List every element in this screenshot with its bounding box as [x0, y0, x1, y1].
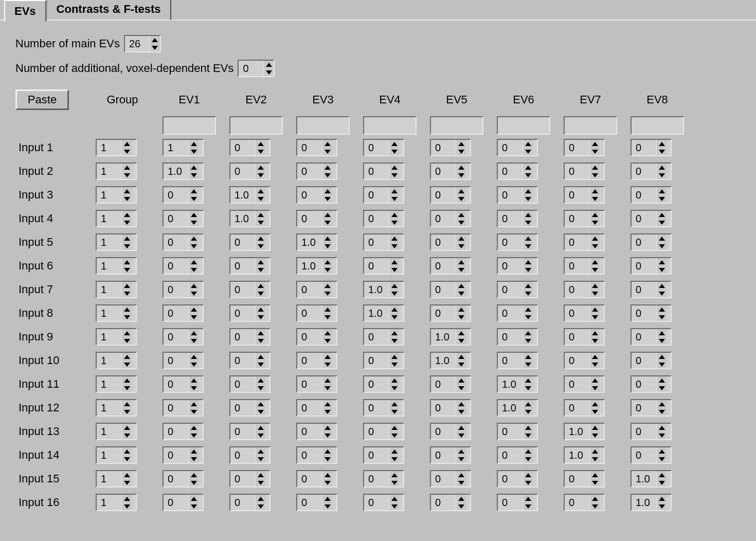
ev7-stepper-r5-input[interactable]	[565, 235, 589, 250]
ev7-stepper-r12[interactable]	[564, 399, 605, 417]
ev1-stepper-r8[interactable]	[163, 304, 204, 322]
ev5-stepper-r1[interactable]	[430, 139, 471, 156]
chevron-up-icon[interactable]	[389, 188, 399, 195]
chevron-up-icon[interactable]	[322, 330, 332, 337]
ev2-stepper-r7-input[interactable]	[230, 282, 255, 297]
chevron-up-icon[interactable]	[256, 282, 265, 290]
ev7-stepper-r3[interactable]	[564, 186, 605, 204]
stepper-arrows[interactable]	[523, 211, 533, 226]
ev8-stepper-r16-input[interactable]	[632, 495, 656, 510]
stepper-arrows[interactable]	[456, 164, 466, 179]
ev6-stepper-r6-input[interactable]	[498, 258, 523, 274]
ev1-stepper-r10[interactable]	[163, 352, 204, 369]
ev6-stepper-r9[interactable]	[497, 328, 538, 346]
stepper-arrows[interactable]	[188, 164, 199, 179]
stepper-arrows[interactable]	[255, 400, 265, 416]
chevron-up-icon[interactable]	[590, 282, 600, 290]
chevron-up-icon[interactable]	[122, 377, 132, 384]
stepper-arrows[interactable]	[589, 329, 600, 345]
group-stepper-r6-input[interactable]	[97, 258, 121, 274]
ev8-stepper-r15-input[interactable]	[632, 471, 656, 486]
chevron-down-icon[interactable]	[590, 361, 600, 368]
chevron-up-icon[interactable]	[456, 377, 466, 384]
stepper-arrows[interactable]	[456, 471, 466, 486]
ev7-stepper-r14-input[interactable]	[565, 447, 589, 463]
ev-name-field-6[interactable]	[497, 116, 550, 135]
stepper-arrows[interactable]	[656, 447, 667, 463]
ev2-stepper-r3-input[interactable]	[230, 187, 255, 203]
stepper-arrows[interactable]	[121, 353, 132, 368]
chevron-up-icon[interactable]	[523, 401, 533, 408]
ev8-stepper-r11-input[interactable]	[632, 376, 656, 392]
chevron-down-icon[interactable]	[456, 148, 466, 155]
chevron-up-icon[interactable]	[657, 282, 667, 290]
chevron-up-icon[interactable]	[150, 37, 160, 44]
chevron-up-icon[interactable]	[256, 188, 265, 195]
ev7-stepper-r9-input[interactable]	[565, 329, 589, 345]
stepper-arrows[interactable]	[656, 187, 667, 203]
stepper-arrows[interactable]	[255, 282, 265, 297]
chevron-down-icon[interactable]	[189, 361, 199, 368]
ev5-stepper-r13-input[interactable]	[431, 424, 456, 439]
chevron-down-icon[interactable]	[590, 337, 600, 345]
chevron-down-icon[interactable]	[456, 172, 466, 179]
ev4-stepper-r1-input[interactable]	[364, 140, 389, 155]
paste-button[interactable]: Paste	[15, 89, 69, 110]
ev6-stepper-r2-input[interactable]	[498, 164, 523, 179]
ev2-stepper-r1[interactable]	[229, 139, 271, 156]
tab-contrasts[interactable]: Contrasts & F-tests	[46, 0, 171, 21]
chevron-up-icon[interactable]	[456, 259, 466, 266]
ev5-stepper-r5[interactable]	[430, 233, 471, 251]
stepper-arrows[interactable]	[121, 495, 132, 510]
chevron-down-icon[interactable]	[322, 290, 332, 297]
ev4-stepper-r11[interactable]	[363, 375, 404, 393]
chevron-up-icon[interactable]	[389, 330, 399, 337]
stepper-arrows[interactable]	[389, 353, 399, 368]
ev7-stepper-r15-input[interactable]	[565, 471, 589, 486]
chevron-up-icon[interactable]	[122, 472, 132, 479]
stepper-arrows[interactable]	[188, 140, 199, 155]
ev4-stepper-r16-input[interactable]	[364, 495, 389, 510]
ev5-stepper-r8[interactable]	[430, 304, 471, 322]
ev1-stepper-r6-input[interactable]	[164, 258, 188, 274]
ev5-stepper-r10-input[interactable]	[431, 353, 456, 368]
ev8-stepper-r6[interactable]	[631, 257, 672, 275]
chevron-up-icon[interactable]	[657, 424, 667, 431]
chevron-down-icon[interactable]	[523, 456, 533, 463]
stepper-arrows[interactable]	[589, 187, 600, 203]
chevron-down-icon[interactable]	[456, 408, 466, 416]
stepper-arrows[interactable]	[389, 376, 399, 392]
ev3-stepper-r13-input[interactable]	[297, 424, 322, 439]
group-stepper-r16-input[interactable]	[97, 495, 121, 510]
chevron-down-icon[interactable]	[523, 408, 533, 416]
chevron-up-icon[interactable]	[189, 424, 199, 431]
chevron-up-icon[interactable]	[256, 377, 265, 384]
chevron-up-icon[interactable]	[322, 472, 332, 479]
chevron-up-icon[interactable]	[389, 164, 399, 171]
ev6-stepper-r9-input[interactable]	[498, 329, 523, 345]
ev8-stepper-r8-input[interactable]	[632, 305, 656, 321]
chevron-down-icon[interactable]	[189, 432, 199, 439]
ev5-stepper-r15[interactable]	[430, 470, 471, 488]
chevron-up-icon[interactable]	[256, 401, 265, 408]
chevron-down-icon[interactable]	[189, 243, 199, 250]
ev2-stepper-r10-input[interactable]	[230, 353, 255, 368]
ev3-stepper-r4[interactable]	[296, 210, 337, 227]
ev-name-field-7[interactable]	[564, 116, 617, 135]
ev4-stepper-r14[interactable]	[363, 446, 404, 464]
ev6-stepper-r1[interactable]	[497, 139, 538, 156]
group-stepper-r2-input[interactable]	[97, 164, 121, 179]
ev8-stepper-r16[interactable]	[631, 494, 672, 511]
stepper-arrows[interactable]	[523, 495, 533, 510]
stepper-arrows[interactable]	[456, 187, 466, 203]
chevron-down-icon[interactable]	[456, 290, 466, 297]
chevron-up-icon[interactable]	[590, 235, 600, 242]
stepper-arrows[interactable]	[656, 353, 667, 368]
chevron-up-icon[interactable]	[322, 353, 332, 360]
chevron-up-icon[interactable]	[523, 377, 533, 384]
ev2-stepper-r5[interactable]	[229, 233, 271, 251]
chevron-down-icon[interactable]	[590, 243, 600, 250]
ev2-stepper-r11-input[interactable]	[230, 376, 255, 392]
chevron-down-icon[interactable]	[189, 290, 199, 297]
stepper-arrows[interactable]	[263, 61, 274, 76]
